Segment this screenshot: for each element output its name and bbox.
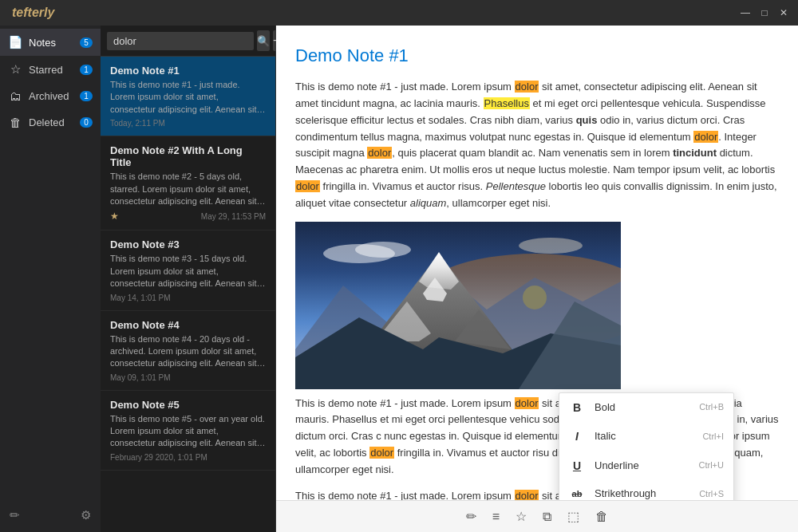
note-item-2[interactable]: Demo Note #2 With A Long Title This is d… [101, 136, 275, 231]
highlight-dolor-8: dolor [515, 490, 539, 500]
bold-shortcut: Ctrl+B [699, 400, 724, 415]
note-meta-4: May 09, 1:01 PM [110, 373, 266, 382]
deleted-icon: 🗑 [8, 116, 22, 129]
star-icon-2: ★ [110, 211, 119, 222]
strikethrough-icon: ab [569, 487, 585, 500]
svg-point-4 [355, 242, 411, 258]
archived-icon: 🗂 [8, 89, 22, 103]
sidebar-item-deleted-label: Deleted [29, 116, 73, 128]
notes-list: Demo Note #1 This is demo note #1 - just… [101, 57, 275, 532]
highlight-dolor-5: dolor [515, 397, 539, 409]
highlight-phasellus: Phasellus [484, 97, 530, 109]
toolbar-star-button[interactable]: ☆ [512, 506, 530, 527]
context-menu-italic[interactable]: I Italic Ctrl+I [559, 422, 733, 451]
highlight-dolor-7: dolor [369, 447, 394, 459]
italic-label: Italic [595, 428, 693, 445]
sidebar-bottom: ✏ ⚙ [0, 499, 101, 532]
note-item-4[interactable]: Demo Note #4 This is demo note #4 - 20 d… [101, 311, 275, 391]
note-date-1: Today, 2:11 PM [110, 119, 165, 128]
starred-icon: ☆ [8, 62, 22, 77]
strikethrough-label: Strikethrough [595, 486, 689, 500]
sidebar-item-archived-label: Archived [29, 90, 73, 102]
toolbar-export-button[interactable]: ⬚ [564, 506, 583, 527]
bold-label: Bold [595, 400, 689, 416]
maximize-button[interactable]: □ [758, 6, 771, 19]
note-item-1[interactable]: Demo Note #1 This is demo note #1 - just… [101, 57, 275, 136]
toolbar-list-button[interactable]: ≡ [489, 506, 503, 527]
note-meta-1: Today, 2:11 PM [110, 119, 266, 128]
italic-pellentesque: Pellentesque [486, 180, 546, 192]
note-item-3[interactable]: Demo Note #3 This is demo note #3 - 15 d… [101, 231, 275, 310]
context-menu-strikethrough[interactable]: ab Strikethrough Ctrl+S [559, 480, 733, 500]
app-brand: tefterly [8, 6, 54, 20]
search-bar: 🔍 + [101, 26, 275, 57]
notes-icon: 📄 [8, 35, 22, 49]
note-preview-3: This is demo note #3 - 15 days old. Lore… [110, 253, 266, 290]
toolbar-delete-button[interactable]: 🗑 [592, 506, 611, 527]
italic-aliquam: aliquam [410, 197, 447, 209]
sidebar-nav: 📄 Notes 5 ☆ Starred 1 🗂 Archived 1 🗑 Del… [0, 26, 101, 499]
note-title-3: Demo Note #3 [110, 238, 266, 250]
context-menu-bold[interactable]: B Bold Ctrl+B [559, 393, 733, 422]
sidebar-item-starred-label: Starred [29, 64, 73, 76]
note-meta-5: February 29 2020, 1:01 PM [110, 453, 266, 462]
sidebar-item-deleted[interactable]: 🗑 Deleted 0 [0, 109, 101, 136]
settings-button[interactable]: ⚙ [77, 505, 94, 526]
notes-list-panel: 🔍 + Demo Note #1 This is demo note #1 - … [101, 26, 276, 532]
note-date-3: May 14, 1:01 PM [110, 294, 171, 302]
note-paragraph-1: This is demo note #1 - just made. Lorem … [295, 79, 779, 211]
note-title-1: Demo Note #1 [110, 65, 266, 77]
note-date-4: May 09, 1:01 PM [110, 373, 171, 382]
underline-label: Underline [595, 458, 689, 475]
note-image [295, 222, 621, 389]
note-heading: Demo Note #1 [295, 41, 779, 69]
search-button[interactable]: 🔍 [257, 30, 270, 51]
svg-point-5 [519, 238, 583, 254]
bold-tincidunt: tincidunt [673, 147, 717, 159]
note-toolbar: ✏ ≡ ☆ ⧉ ⬚ 🗑 [276, 500, 798, 532]
title-bar: tefterly — □ ✕ [0, 0, 798, 26]
note-meta-2: ★ May 29, 11:53 PM [110, 211, 266, 222]
note-editor[interactable]: Demo Note #1 This is demo note #1 - just… [276, 26, 798, 500]
highlight-dolor-1: dolor [515, 81, 539, 93]
note-date-2: May 29, 11:53 PM [201, 212, 266, 221]
starred-badge: 1 [80, 65, 93, 75]
italic-icon: I [569, 428, 585, 445]
archived-badge: 1 [80, 91, 93, 101]
italic-shortcut: Ctrl+I [702, 430, 724, 444]
context-menu: B Bold Ctrl+B I Italic Ctrl+I U Underlin… [559, 392, 734, 500]
window-controls: — □ ✕ [739, 6, 790, 19]
note-preview-1: This is demo note #1 - just made. Lorem … [110, 79, 266, 116]
sidebar: 📄 Notes 5 ☆ Starred 1 🗂 Archived 1 🗑 Del… [0, 26, 101, 532]
strikethrough-shortcut: Ctrl+S [699, 487, 724, 500]
main-content: Demo Note #1 This is demo note #1 - just… [276, 26, 798, 532]
underline-icon: U [569, 457, 585, 475]
highlight-dolor-4: dolor [295, 180, 320, 192]
toolbar-copy-button[interactable]: ⧉ [539, 506, 555, 527]
close-button[interactable]: ✕ [777, 6, 790, 19]
sidebar-item-archived[interactable]: 🗂 Archived 1 [0, 83, 101, 109]
highlight-dolor-3: dolor [367, 147, 392, 159]
minimize-button[interactable]: — [739, 6, 752, 19]
note-title-5: Demo Note #5 [110, 399, 266, 411]
notes-badge: 5 [80, 37, 93, 48]
note-title-4: Demo Note #4 [110, 319, 266, 331]
toolbar-edit-button[interactable]: ✏ [463, 506, 480, 527]
note-preview-4: This is demo note #4 - 20 days old - arc… [110, 333, 266, 370]
context-menu-underline[interactable]: U Underline Ctrl+U [559, 451, 733, 480]
main-layout: 📄 Notes 5 ☆ Starred 1 🗂 Archived 1 🗑 Del… [0, 26, 798, 532]
note-preview-2: This is demo note #2 - 5 days old, starr… [110, 171, 266, 207]
sidebar-item-notes-label: Notes [29, 37, 73, 49]
note-preview-5: This is demo note #5 - over an year old.… [110, 413, 266, 450]
deleted-badge: 0 [80, 117, 93, 128]
underline-shortcut: Ctrl+U [699, 459, 724, 473]
sidebar-item-starred[interactable]: ☆ Starred 1 [0, 56, 101, 83]
note-title-2: Demo Note #2 With A Long Title [110, 144, 266, 168]
compose-button[interactable]: ✏ [6, 505, 23, 526]
sidebar-item-notes[interactable]: 📄 Notes 5 [0, 29, 101, 56]
bold-quis-1: quis [576, 114, 598, 126]
note-item-5[interactable]: Demo Note #5 This is demo note #5 - over… [101, 391, 275, 471]
bold-icon: B [569, 399, 585, 416]
search-input[interactable] [107, 32, 254, 50]
note-meta-3: May 14, 1:01 PM [110, 294, 266, 302]
